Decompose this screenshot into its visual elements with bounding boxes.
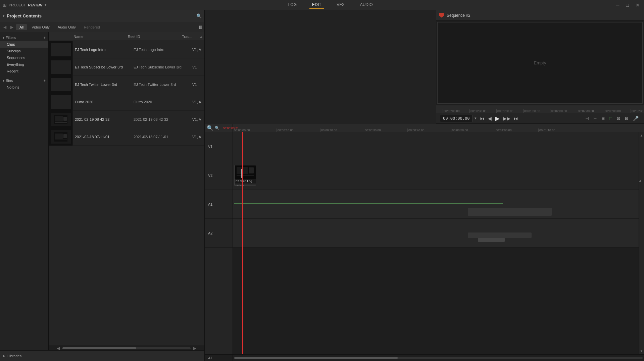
transport-go-start-button[interactable]: ⏮ <box>479 115 486 122</box>
zoom-in-button[interactable]: 🔍 <box>215 126 219 130</box>
transport-prev-button[interactable]: ◀ <box>487 115 493 122</box>
filter-tab-audio-only[interactable]: Audio Only <box>54 24 79 30</box>
audio-clip-a1-2[interactable] <box>468 210 552 216</box>
clip-thumb-6 <box>49 128 73 146</box>
audio-clip-a2-1[interactable] <box>468 233 532 238</box>
in-out-icon2[interactable]: ⊢ <box>592 115 598 122</box>
track-a2-area[interactable] <box>233 219 639 248</box>
track-all-label: All <box>205 355 233 361</box>
sidebar-item-recent[interactable]: Recent <box>0 68 48 74</box>
transport-next-button[interactable]: ▶▶ <box>502 115 512 122</box>
sidebar-item-clips[interactable]: Clips <box>0 41 48 48</box>
col-expand-icon[interactable]: ▲ <box>199 35 203 39</box>
transport-go-end-button[interactable]: ⏭ <box>512 115 520 122</box>
clip-row[interactable]: 2021-02-19 08-42-32 2021-02-19 08-42-32 … <box>49 111 204 128</box>
scroll-right-icon[interactable]: ▶ <box>192 345 198 351</box>
grid-view-icon[interactable]: ▦ <box>198 24 202 30</box>
zoom-controls: 🔍 🔍 00:00:03.21 <box>205 124 233 132</box>
filters-collapse-icon[interactable]: ▾ <box>3 36 4 40</box>
track-v1-area[interactable] <box>233 132 639 161</box>
clip-info-1: EJ Tech Logo Intro EJ Tech Logo Intro V1… <box>73 48 204 52</box>
clip-row[interactable]: Outro 2020 Outro 2020 V1, A <box>49 93 204 111</box>
clip-thumb-img-5 <box>51 113 71 126</box>
col-name-header: Name <box>72 35 127 39</box>
overlay-icon[interactable]: ⊡ <box>615 115 622 122</box>
clips-area: Name Reel ID Trac... ▲ EJ Tech Logo Intr… <box>49 32 204 350</box>
sidebar-item-sequences[interactable]: Sequences <box>0 54 48 61</box>
scroll-up-icon[interactable]: ▲ <box>640 134 643 137</box>
clip-thumb-img-1 <box>51 43 71 56</box>
bins-add-button[interactable]: + <box>44 79 46 83</box>
mic-icon[interactable]: 🎤 <box>632 115 640 122</box>
col-track-header: Trac... <box>181 35 199 39</box>
clip-row[interactable]: EJ Tech Subscribe Lower 3rd EJ Tech Subs… <box>49 58 204 76</box>
filter-tab-video-only[interactable]: Video Only <box>28 24 53 30</box>
minimize-button[interactable]: ─ <box>614 2 621 8</box>
filter-tab-rendered: Rendered <box>81 24 103 30</box>
sidebar-item-subclips[interactable]: Subclips <box>0 48 48 54</box>
clip-thumb-img-3 <box>51 78 71 91</box>
clip-reel-2: EJ Tech Subscribe Lower 3rd <box>134 65 192 69</box>
tl-tick-7: 00:01:10.00 <box>538 128 582 132</box>
svg-rect-5 <box>55 134 63 139</box>
top-bar-left: ⊞ PROJECT REVIEW ▾ <box>3 2 47 8</box>
review-dropdown-icon[interactable]: ▾ <box>45 3 47 7</box>
scroll-down-icon[interactable]: ▼ <box>640 349 643 353</box>
timeline-clip-v2[interactable]: EJ Tech Log... replace <box>234 165 256 186</box>
timeline-track-labels: V1 ▲ V2 ▲ A1 ▲ A2 ▲ <box>205 132 233 354</box>
clip-track-4: V1, A <box>192 100 201 104</box>
track-v2-area[interactable]: EJ Tech Log... replace <box>233 161 639 190</box>
bins-collapse-icon[interactable]: ▾ <box>3 79 4 83</box>
zoom-out-button[interactable]: 🔍 <box>207 125 213 131</box>
time-dropdown-icon[interactable]: ▾ <box>475 116 477 120</box>
nav-prev-icon[interactable]: ◀ <box>2 24 8 30</box>
preview-ruler: 00:00:00.00 00:00:30.00 00:01:00.00 00:0… <box>436 105 644 113</box>
clips-scrollbar-thumb[interactable] <box>62 347 136 349</box>
clip-name-2: EJ Tech Subscribe Lower 3rd <box>75 65 134 69</box>
tab-log[interactable]: LOG <box>286 1 299 9</box>
ruler-tick-5: 00:02:30.00 <box>577 109 604 113</box>
tab-vfx[interactable]: VFX <box>334 1 347 9</box>
clip-row[interactable]: EJ Tech Logo Intro EJ Tech Logo Intro V1… <box>49 41 204 58</box>
audio-clip-a2-2[interactable] <box>478 238 505 242</box>
transport-play-button[interactable]: ▶ <box>494 114 501 123</box>
libraries-section[interactable]: ▶ Libraries <box>0 350 204 361</box>
maximize-button[interactable]: □ <box>625 2 631 8</box>
safe-area-icon[interactable]: □ <box>608 115 613 122</box>
sidebar-item-everything[interactable]: Everything <box>0 61 48 68</box>
tl-tick-4: 00:00:40.00 <box>407 128 451 132</box>
mono-icon[interactable]: ⊟ <box>624 115 630 122</box>
svg-rect-2 <box>63 117 67 121</box>
col-reel-header: Reel ID <box>127 35 181 39</box>
left-panel: ▾ Project Contents 🔍 ◀ ▶ All Video Only … <box>0 10 205 361</box>
in-out-icon[interactable]: ⊣ <box>584 115 590 122</box>
audio-waveform-a1 <box>234 203 503 204</box>
track-label-v1: V1 ▲ <box>205 132 233 161</box>
scroll-left-icon[interactable]: ◀ <box>55 345 61 351</box>
clip-thumb-4 <box>49 93 73 111</box>
track-label-v2: V2 ▲ <box>205 161 233 190</box>
tl-tick-2: 00:00:20.00 <box>320 128 364 132</box>
search-icon[interactable]: 🔍 <box>196 13 202 18</box>
tab-audio[interactable]: AUDIO <box>357 1 376 9</box>
grid-icon[interactable]: ⊞ <box>3 2 7 8</box>
clips-scrollbar-track[interactable] <box>62 347 191 349</box>
timeline-scrollbar-thumb[interactable] <box>234 357 398 359</box>
transport-controls: ⏮ ◀ ▶ ▶▶ ⏭ <box>479 114 520 123</box>
nav-next-icon[interactable]: ▶ <box>9 24 15 30</box>
close-button[interactable]: ✕ <box>634 2 641 8</box>
clip-track-2: V1 <box>192 65 197 69</box>
timeline-scrollbar-track[interactable] <box>234 357 643 359</box>
viewer-empty-label: Empty <box>534 60 546 65</box>
filter-tab-all[interactable]: All <box>16 24 27 30</box>
panel-collapse-icon[interactable]: ▾ <box>3 14 5 18</box>
filters-add-button[interactable]: + <box>44 36 46 40</box>
transport-time-display[interactable]: 00:00:00.00 <box>440 115 473 122</box>
clip-reel-5: 2021-02-19 08-42-32 <box>134 117 192 121</box>
toggle-icon[interactable]: ⊞ <box>600 115 606 122</box>
clip-row[interactable]: EJ Tech Twitter Lower 3rd EJ Tech Twitte… <box>49 76 204 93</box>
clip-row[interactable]: 2021-02-18 07-11-01 2021-02-18 07-11-01 … <box>49 128 204 146</box>
tab-edit[interactable]: EDIT <box>309 1 324 9</box>
track-a1-area[interactable] <box>233 190 639 219</box>
track-a2-expand-icon[interactable]: ▲ <box>639 179 642 183</box>
